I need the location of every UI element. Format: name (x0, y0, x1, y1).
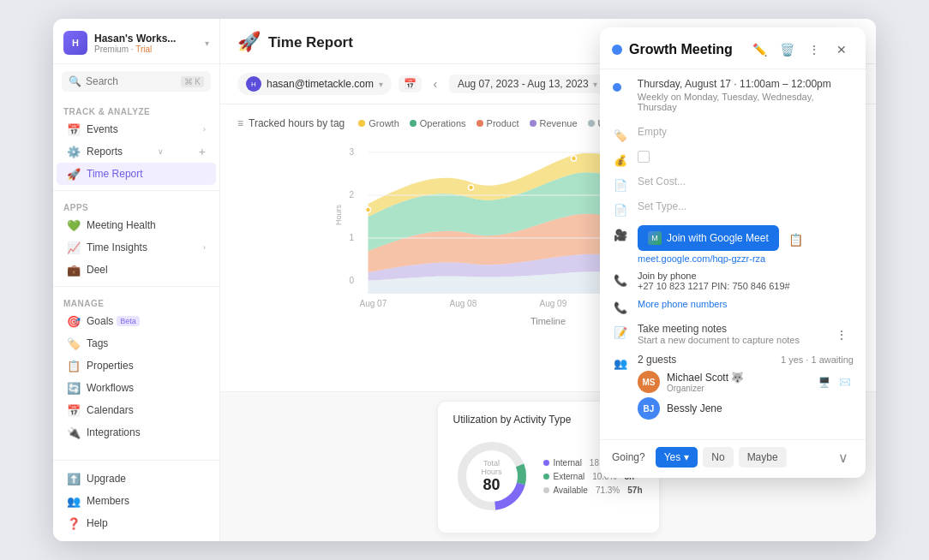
rsvp-no-button[interactable]: No (703, 447, 733, 468)
billable-checkbox[interactable] (638, 151, 650, 163)
type-value[interactable]: Set Type... (638, 200, 854, 212)
chevron-down-icon: ▾ (205, 39, 209, 48)
more-options-button[interactable]: ⋮ (802, 38, 826, 62)
rsvp-maybe-button[interactable]: Maybe (739, 447, 787, 468)
sidebar: H Hasan's Works... Premium · Trial ▾ 🔍 ⌘… (53, 19, 220, 541)
apps-section-label: APPS (53, 200, 219, 214)
more-phones-link[interactable]: More phone numbers (638, 299, 728, 309)
sidebar-item-label: Properties (87, 360, 134, 372)
deel-icon: 💼 (67, 263, 81, 277)
sidebar-item-label: Reports (87, 146, 123, 158)
sidebar-item-calendars[interactable]: 📅 Calendars (57, 399, 216, 421)
sidebar-item-label: Goals (87, 315, 113, 327)
type-row: 📄 Set Type... (612, 200, 854, 218)
sidebar-item-label: Time Report (87, 168, 143, 180)
sidebar-item-upgrade[interactable]: ⬆️ Upgrade (57, 468, 216, 490)
meet-content: M Join with Google Meet 📋 meet.google.co… (638, 225, 854, 264)
sidebar-item-tags[interactable]: 🏷️ Tags (57, 332, 216, 354)
edit-button[interactable]: ✏️ (747, 38, 771, 62)
calendar-icon: 📅 (404, 78, 417, 90)
chevron-right-icon: › (203, 243, 206, 252)
join-meet-button[interactable]: M Join with Google Meet (638, 225, 779, 251)
product-dot (476, 120, 483, 127)
sidebar-footer: ⬆️ Upgrade 👥 Members ❓ Help (53, 460, 219, 541)
external-dot (543, 474, 549, 480)
sidebar-item-reports[interactable]: ⚙️ Reports ∨ + (57, 140, 216, 163)
delete-button[interactable]: 🗑️ (775, 38, 799, 62)
prev-date-button[interactable]: ‹ (425, 74, 446, 94)
notes-title[interactable]: Take meeting notes (638, 323, 821, 335)
rsvp-yes-button[interactable]: Yes ▾ (656, 447, 698, 468)
sidebar-item-members[interactable]: 👥 Members (57, 490, 216, 512)
sidebar-item-goals[interactable]: 🎯 Goals Beta (57, 310, 216, 332)
bars-icon: ≡ (237, 117, 243, 129)
sidebar-divider-1 (53, 190, 219, 191)
copy-meet-link-button[interactable]: 📋 (784, 228, 808, 252)
sidebar-item-meeting-health[interactable]: 💚 Meeting Health (57, 214, 216, 236)
apps-section: APPS 💚 Meeting Health 📈 Time Insights › … (53, 194, 219, 283)
rsvp-yes-label: Yes (664, 451, 681, 463)
close-button[interactable]: ✕ (830, 38, 854, 62)
join-phone-label[interactable]: Join by phone (638, 271, 854, 281)
page-title: Time Report (268, 34, 353, 51)
sidebar-item-integrations[interactable]: 🔌 Integrations (57, 421, 216, 444)
guest-michael-role: Organizer (667, 384, 744, 393)
operations-dot (410, 120, 417, 127)
tags-row: 🏷️ Empty (612, 126, 854, 144)
notes-subtitle: Start a new document to capture notes (638, 335, 821, 345)
notes-row: 📝 Take meeting notes Start a new documen… (612, 323, 854, 347)
meet-icon: 🎥 (612, 226, 629, 243)
expand-button[interactable]: ∨ (833, 447, 854, 468)
guests-count: 2 guests (638, 354, 676, 366)
untagged-dot (588, 120, 595, 127)
sidebar-item-help[interactable]: ❓ Help (57, 512, 216, 534)
event-time-row: Thursday, August 17 · 11:00am – 12:00pm … (612, 78, 854, 121)
reports-icon: ⚙️ (67, 145, 81, 158)
date-dropdown-icon: ▾ (593, 80, 597, 89)
sidebar-item-time-report[interactable]: 🚀 Time Report (57, 163, 216, 185)
sidebar-item-label: Integrations (87, 426, 141, 438)
guest-michael: MS Michael Scott 🐺 Organizer 🖥️ ✉️ (638, 371, 854, 393)
revenue-dot (530, 120, 536, 127)
donut-chart: Total Hours 80 (453, 438, 530, 515)
svg-text:Aug 09: Aug 09 (540, 299, 567, 308)
date-range-display[interactable]: Aug 07, 2023 - Aug 13, 2023 ▾ (449, 74, 606, 93)
sidebar-item-deel[interactable]: 💼 Deel (57, 259, 216, 281)
sidebar-item-events[interactable]: 📅 Events › (57, 118, 216, 140)
add-report-icon[interactable]: + (199, 145, 206, 158)
guests-row: 👥 2 guests 1 yes · 1 awaiting MS Michael… (612, 354, 854, 424)
event-recurrence: Weekly on Monday, Tuesday, Wednesday, Th… (638, 92, 854, 112)
sidebar-item-time-insights[interactable]: 📈 Time Insights › (57, 236, 216, 259)
search-box[interactable]: 🔍 ⌘ K (62, 71, 211, 92)
search-icon: 🔍 (69, 75, 81, 87)
phone-row: 📞 Join by phone +27 10 823 1217 PIN: 750… (612, 271, 854, 291)
track-section: TRACK & ANALYZE 📅 Events › ⚙️ Reports ∨ … (53, 98, 219, 187)
user-selector[interactable]: H hasan@timetackle.com ▾ (237, 73, 392, 95)
workflows-icon: 🔄 (67, 381, 81, 395)
phone-content: Join by phone +27 10 823 1217 PIN: 750 8… (638, 271, 854, 291)
sidebar-item-label: Help (87, 517, 108, 529)
workspace-header[interactable]: H Hasan's Works... Premium · Trial ▾ (53, 19, 219, 64)
svg-text:1: 1 (350, 233, 355, 242)
guest-michael-avatar: MS (638, 371, 660, 393)
chevron-down-icon: ∨ (158, 147, 164, 156)
cost-value[interactable]: Set Cost... (638, 176, 854, 188)
legend-revenue: Revenue (530, 118, 578, 128)
google-meet-icon: M (648, 231, 662, 245)
more-phones-content: More phone numbers (638, 298, 854, 310)
sidebar-item-workflows[interactable]: 🔄 Workflows (57, 377, 216, 399)
sidebar-item-label: Tags (87, 337, 108, 349)
billable-content (638, 151, 854, 163)
notes-more-button[interactable]: ⋮ (830, 323, 854, 347)
sidebar-item-label: Workflows (87, 382, 134, 394)
sidebar-item-properties[interactable]: 📋 Properties (57, 354, 216, 377)
search-shortcut: ⌘ K (181, 76, 204, 87)
workspace-info: Hasan's Works... Premium · Trial (94, 33, 205, 54)
svg-text:2: 2 (350, 190, 355, 200)
date-navigation: 📅 ‹ Aug 07, 2023 - Aug 13, 2023 ▾ › (399, 74, 630, 94)
meet-link[interactable]: meet.google.com/hqp-gzzr-rza (638, 253, 854, 264)
screen-icon: 🖥️ (816, 373, 833, 390)
notes-content: Take meeting notes Start a new document … (638, 323, 821, 345)
search-input[interactable] (86, 75, 181, 87)
event-time-info: Thursday, August 17 · 11:00am – 12:00pm … (638, 78, 854, 121)
